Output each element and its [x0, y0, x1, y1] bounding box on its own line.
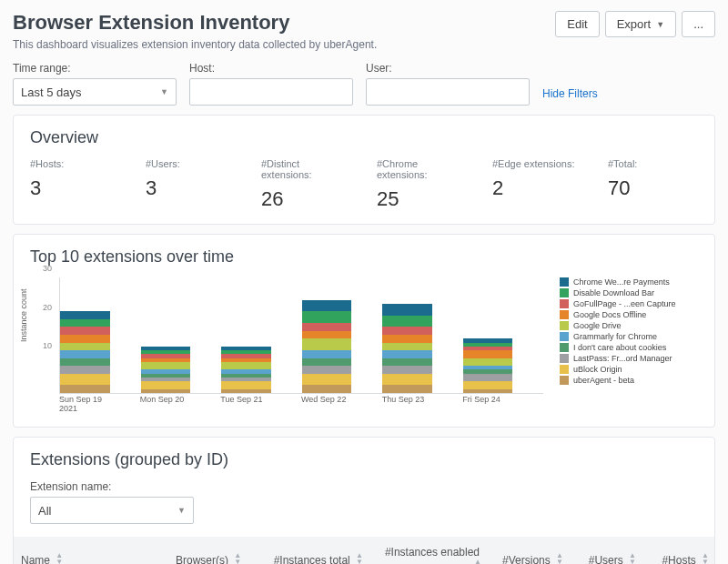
legend-item: Chrome We...re Payments	[560, 277, 698, 287]
stat-value: 26	[261, 187, 351, 211]
chart-legend: Chrome We...re PaymentsDisable Download …	[560, 277, 698, 387]
more-button[interactable]: ...	[682, 11, 715, 37]
bar-segment	[382, 350, 432, 358]
sort-icon: ▲▼	[702, 552, 707, 564]
y-tick: 10	[43, 341, 52, 350]
bar-segment	[382, 316, 432, 327]
stat-label: #Distinct extensions:	[261, 158, 351, 180]
host-label: Host:	[189, 62, 353, 75]
overview-stat: #Edge extensions:2	[492, 158, 582, 211]
column-header[interactable]: #Instances total ▲▼	[250, 537, 369, 564]
bar-segment	[302, 366, 352, 374]
overview-stat: #Chrome extensions:25	[377, 158, 467, 211]
host-input[interactable]	[189, 78, 353, 106]
bar-segment	[141, 389, 191, 393]
bar-segment	[221, 389, 271, 393]
x-tick: Mon Sep 20	[140, 394, 221, 414]
column-header[interactable]: Name ▲▼	[14, 537, 168, 564]
extensions-table: Name ▲▼Browser(s) ▲▼#Instances total ▲▼#…	[14, 537, 714, 564]
legend-item: Disable Download Bar	[560, 288, 698, 297]
bar-segment	[302, 311, 352, 323]
legend-swatch	[560, 365, 569, 374]
bar-segment	[382, 374, 432, 386]
bar-segment	[382, 335, 432, 343]
page-title: Browser Extension Inventory	[13, 11, 289, 35]
stat-label: #Users:	[146, 158, 236, 169]
export-button[interactable]: Export ▼	[605, 11, 677, 37]
legend-label: Grammarly for Chrome	[573, 332, 657, 341]
column-header[interactable]: #Hosts ▲▼	[642, 537, 714, 564]
sort-icon: ▲▼	[474, 559, 480, 564]
legend-label: I don't care about cookies	[573, 343, 666, 352]
caret-down-icon: ▼	[177, 506, 186, 515]
legend-swatch	[560, 332, 569, 341]
sort-icon: ▲▼	[356, 552, 361, 564]
bar-segment	[60, 311, 110, 319]
bar-segment	[221, 381, 271, 389]
overview-stat: #Total:70	[608, 158, 698, 211]
bar-segment	[302, 331, 352, 339]
extensions-heading: Extensions (grouped by ID)	[30, 450, 698, 469]
bar-segment	[60, 343, 110, 351]
x-tick: Wed Sep 22	[301, 394, 382, 414]
legend-swatch	[560, 343, 569, 352]
stat-value: 70	[608, 176, 698, 200]
sort-icon: ▲▼	[629, 552, 634, 564]
bar-segment	[141, 381, 191, 389]
column-header[interactable]: #Instances enabled ▲▼	[369, 537, 487, 564]
bar-segment	[141, 362, 191, 370]
bar-segment	[60, 335, 110, 343]
bar-segment	[463, 350, 513, 358]
hide-filters-link[interactable]: Hide Filters	[542, 87, 598, 106]
bar-segment	[60, 366, 110, 374]
legend-item: I don't care about cookies	[560, 343, 698, 352]
stat-value: 2	[492, 176, 582, 200]
bar-segment	[302, 350, 352, 358]
bar-column	[382, 304, 463, 393]
legend-item: Google Docs Offline	[560, 310, 698, 319]
bar-segment	[221, 362, 271, 370]
user-input[interactable]	[366, 78, 530, 106]
bar-segment	[60, 350, 110, 358]
bar-segment	[382, 327, 432, 335]
overview-heading: Overview	[30, 128, 698, 147]
bar-segment	[60, 385, 110, 393]
legend-label: LastPass: Fr...ord Manager	[573, 354, 672, 363]
time-range-select[interactable]: Last 5 days ▼	[13, 78, 177, 106]
column-header[interactable]: #Versions ▲▼	[487, 537, 569, 564]
bar-column	[141, 347, 222, 393]
sort-icon: ▲▼	[56, 552, 61, 564]
extension-name-select[interactable]: All ▼	[30, 497, 194, 524]
sort-icon: ▲▼	[556, 552, 561, 564]
column-header[interactable]: Browser(s) ▲▼	[168, 537, 250, 564]
stat-value: 3	[30, 176, 120, 200]
x-tick: Thu Sep 23	[382, 394, 463, 414]
legend-item: uberAgent - beta	[560, 376, 698, 385]
legend-label: Chrome We...re Payments	[573, 277, 670, 287]
legend-item: GoFullPage - ...een Capture	[560, 299, 698, 308]
user-label: User:	[366, 62, 530, 75]
legend-swatch	[560, 354, 569, 363]
legend-label: uberAgent - beta	[573, 376, 634, 385]
edit-button[interactable]: Edit	[555, 11, 599, 37]
bar-segment	[463, 358, 513, 367]
stat-label: #Chrome extensions:	[377, 158, 467, 180]
y-tick: 30	[43, 264, 52, 273]
overview-stat: #Distinct extensions:26	[261, 158, 351, 211]
x-tick: Tue Sep 21	[220, 394, 301, 414]
caret-down-icon: ▼	[656, 20, 664, 29]
legend-item: uBlock Origin	[560, 365, 698, 374]
bar-segment	[382, 343, 432, 351]
bar-segment	[60, 327, 110, 335]
bar-segment	[302, 300, 352, 312]
bar-segment	[463, 374, 513, 382]
legend-swatch	[560, 310, 569, 319]
column-header[interactable]: #Users ▲▼	[569, 537, 642, 564]
bar-segment	[302, 323, 352, 331]
legend-label: GoFullPage - ...een Capture	[573, 299, 676, 308]
y-tick: 20	[43, 303, 52, 312]
overview-stat: #Users:3	[146, 158, 236, 211]
bar-segment	[60, 374, 110, 386]
legend-label: uBlock Origin	[573, 365, 622, 374]
bar-segment	[382, 358, 432, 367]
